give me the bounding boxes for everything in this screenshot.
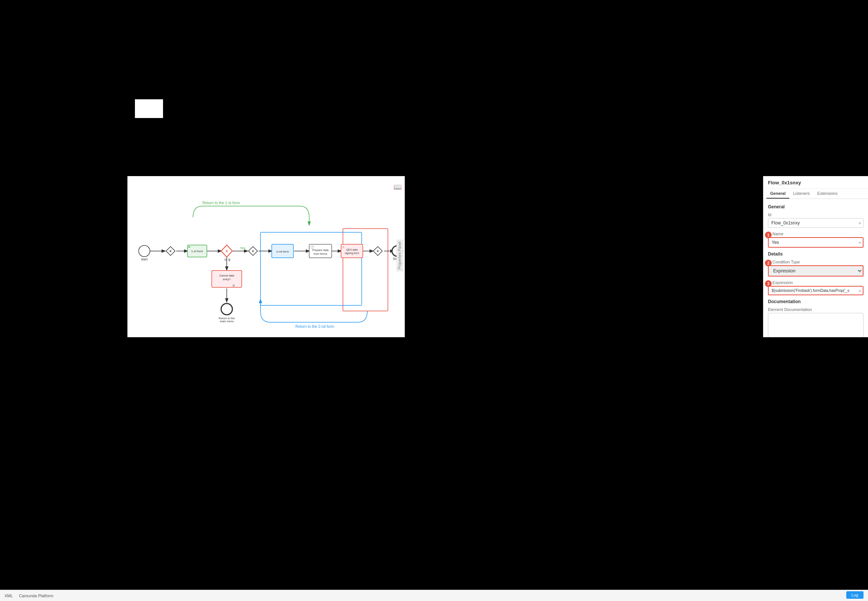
svg-text:×: × bbox=[226, 249, 228, 253]
return-2nd-label: Return to the 2-nd form bbox=[295, 325, 334, 329]
svg-text:main menu: main menu bbox=[220, 320, 233, 323]
expression-field: 3 Expression × bbox=[768, 280, 863, 295]
condition-type-field: 2 Condition Type Expression Script ▾ bbox=[768, 260, 863, 276]
name-input[interactable] bbox=[768, 237, 863, 248]
condition-type-label: Condition Type bbox=[772, 260, 863, 264]
svg-text:Prepare data: Prepare data bbox=[312, 249, 329, 252]
return-menu-event bbox=[221, 304, 232, 315]
svg-text:×: × bbox=[169, 249, 172, 253]
element-doc-textarea[interactable] bbox=[768, 313, 863, 337]
element-doc-label: Element Documentation bbox=[768, 307, 863, 312]
name-field: 1 Name × bbox=[768, 232, 863, 248]
svg-text:from forms: from forms bbox=[314, 252, 327, 256]
white-rectangle bbox=[135, 99, 163, 118]
platform-label: Camunda Platform bbox=[19, 593, 53, 598]
yes-label: Yes bbox=[240, 246, 246, 250]
panel-tabs: General Listeners Extensions bbox=[763, 189, 868, 199]
book-icon[interactable]: 📖 bbox=[394, 183, 402, 191]
bpmn-diagram: Return to the 1-st form Return to the 2-… bbox=[127, 176, 405, 337]
svg-text:×: × bbox=[377, 249, 379, 253]
log-button[interactable]: Log bbox=[846, 591, 863, 599]
start-event bbox=[139, 246, 150, 257]
svg-text:⚙: ⚙ bbox=[232, 284, 235, 287]
id-clear-button[interactable]: × bbox=[858, 220, 861, 226]
tab-general[interactable]: General bbox=[766, 189, 789, 198]
condition-type-wrapper: Expression Script ▾ bbox=[768, 265, 863, 276]
name-field-wrapper: × bbox=[768, 237, 863, 248]
bottom-bar: XML Camunda Platform Log bbox=[0, 590, 868, 601]
panel-body: General Id × 1 Name × Details 2 Conditio… bbox=[763, 199, 868, 337]
id-field-wrapper: × bbox=[768, 218, 863, 228]
expression-clear-button[interactable]: × bbox=[858, 288, 861, 293]
properties-panel-toggle[interactable]: Properties Panel bbox=[397, 240, 403, 271]
expression-label: Expression bbox=[772, 280, 863, 285]
svg-text:🗑: 🗑 bbox=[228, 258, 231, 262]
general-section-title: General bbox=[768, 204, 863, 209]
svg-rect-0 bbox=[127, 176, 405, 337]
id-input[interactable] bbox=[768, 218, 863, 228]
xml-link[interactable]: XML bbox=[5, 593, 13, 598]
svg-text:⚠: ⚠ bbox=[342, 246, 345, 249]
id-field: Id × bbox=[768, 212, 863, 228]
svg-text:signing form: signing form bbox=[345, 252, 359, 255]
element-doc-field: Element Documentation bbox=[768, 307, 863, 337]
tab-extensions[interactable]: Extensions bbox=[814, 189, 841, 198]
svg-text:Cancel data: Cancel data bbox=[219, 274, 235, 277]
properties-panel: Flow_0x1snxy General Listeners Extension… bbox=[763, 176, 868, 337]
svg-text:start: start bbox=[141, 258, 148, 261]
details-section-title: Details bbox=[768, 252, 863, 257]
panel-title: Flow_0x1snxy bbox=[763, 176, 868, 189]
svg-text:⚙: ⚙ bbox=[224, 258, 227, 262]
condition-type-chevron: ▾ bbox=[859, 268, 861, 274]
return-1st-label: Return to the 1-st form bbox=[202, 201, 240, 205]
svg-text:1-st form: 1-st form bbox=[191, 250, 203, 253]
svg-text:×: × bbox=[252, 249, 254, 253]
name-clear-button[interactable]: × bbox=[858, 240, 861, 246]
expression-input[interactable] bbox=[768, 286, 863, 295]
tab-listeners[interactable]: Listeners bbox=[789, 189, 814, 198]
expression-wrapper: × bbox=[768, 286, 863, 295]
condition-type-select[interactable]: Expression Script bbox=[768, 265, 863, 276]
svg-text:entry?: entry? bbox=[223, 278, 231, 281]
name-label: Name bbox=[772, 232, 863, 236]
svg-text:2-nd form: 2-nd form bbox=[276, 250, 289, 253]
id-label: Id bbox=[768, 212, 863, 217]
documentation-section-title: Documentation bbox=[768, 299, 863, 304]
svg-text:QES data: QES data bbox=[346, 249, 357, 252]
